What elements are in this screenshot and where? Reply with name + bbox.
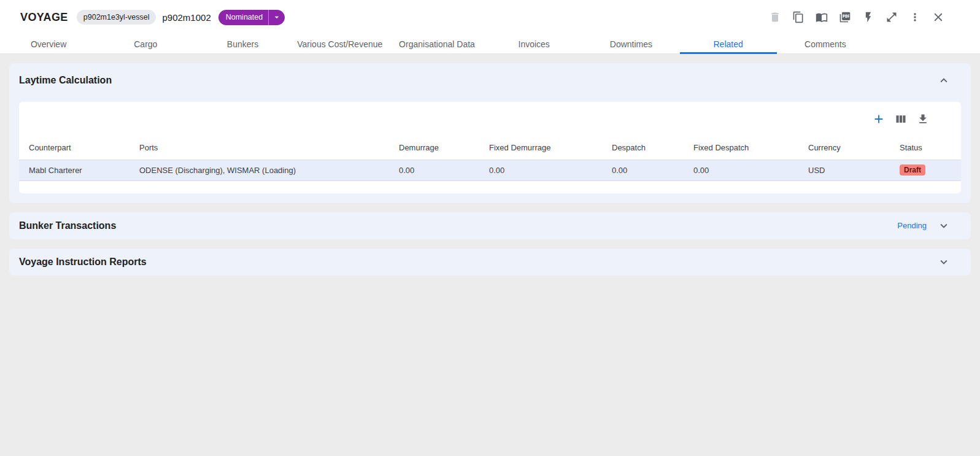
column-header-ports[interactable]: Ports <box>129 136 389 160</box>
expand-fullscreen-button[interactable] <box>881 6 903 28</box>
plus-icon <box>872 112 885 126</box>
copy-button[interactable] <box>787 6 809 28</box>
columns-icon <box>895 113 907 125</box>
column-header-status[interactable]: Status <box>890 136 961 160</box>
column-header-currency[interactable]: Currency <box>798 136 890 160</box>
cell-fixed-despatch: 0.00 <box>684 160 798 180</box>
title-group: VOYAGE p902m1e3yl-vessel p902m1002 Nomin… <box>20 10 285 25</box>
tab-overview[interactable]: Overview <box>0 34 97 53</box>
tab-cargo[interactable]: Cargo <box>97 34 194 53</box>
column-header-counterpart[interactable]: Counterpart <box>19 136 129 160</box>
delete-icon <box>769 11 781 23</box>
laytime-table: Counterpart Ports Demurrage Fixed Demurr… <box>19 136 961 181</box>
content-area: Laytime Calculation <box>0 54 980 294</box>
column-header-fixed-despatch[interactable]: Fixed Despatch <box>684 136 798 160</box>
voyage-number: p902m1002 <box>162 12 210 23</box>
collapse-section-button[interactable] <box>935 72 952 89</box>
tab-invoices[interactable]: Invoices <box>485 34 582 53</box>
expand-section-button[interactable] <box>935 217 952 234</box>
status-badge: Draft <box>900 164 925 176</box>
table-row[interactable]: Mabl Charterer ODENSE (Discharging), WIS… <box>19 160 961 180</box>
laytime-toolbar <box>19 102 961 136</box>
bunker-transactions-section[interactable]: Bunker Transactions Pending <box>9 212 971 239</box>
cell-ports: ODENSE (Discharging), WISMAR (Loading) <box>129 160 389 180</box>
cell-counterpart: Mabl Charterer <box>19 160 129 180</box>
cell-fixed-demurrage: 0.00 <box>479 160 602 180</box>
close-button[interactable] <box>927 6 949 28</box>
download-icon <box>917 113 929 125</box>
pending-status-text: Pending <box>897 221 927 230</box>
bunker-transactions-right: Pending <box>897 217 952 234</box>
more-vert-icon <box>909 11 921 23</box>
column-header-despatch[interactable]: Despatch <box>602 136 684 160</box>
tab-bar: Overview Cargo Bunkers Various Cost/Reve… <box>0 34 980 54</box>
tab-various-cost-revenue[interactable]: Various Cost/Revenue <box>291 34 388 53</box>
window-header: VOYAGE p902m1e3yl-vessel p902m1002 Nomin… <box>0 0 980 34</box>
laytime-section-header[interactable]: Laytime Calculation <box>19 72 961 89</box>
chevron-down-icon <box>937 219 951 233</box>
cell-demurrage: 0.00 <box>389 160 479 180</box>
download-button[interactable] <box>913 109 933 129</box>
copy-icon <box>792 11 804 23</box>
voyage-status-badge[interactable]: Nominated <box>218 10 285 25</box>
book-icon <box>816 11 828 23</box>
chevron-down-icon <box>937 255 951 269</box>
cell-currency: USD <box>798 160 890 180</box>
laytime-section-title: Laytime Calculation <box>19 75 112 86</box>
cell-despatch: 0.00 <box>602 160 684 180</box>
laytime-calculation-section: Laytime Calculation <box>9 63 971 203</box>
page-title: VOYAGE <box>20 11 68 24</box>
laytime-card: Counterpart Ports Demurrage Fixed Demurr… <box>19 102 961 193</box>
tab-downtimes[interactable]: Downtimes <box>582 34 679 53</box>
more-menu-button[interactable] <box>904 6 926 28</box>
add-laytime-button[interactable] <box>869 109 889 129</box>
voyage-status-label: Nominated <box>218 13 268 21</box>
pdf-icon <box>839 11 851 23</box>
tab-comments[interactable]: Comments <box>777 34 874 53</box>
tab-organisational-data[interactable]: Organisational Data <box>388 34 485 53</box>
tab-bunkers[interactable]: Bunkers <box>194 34 291 53</box>
column-header-demurrage[interactable]: Demurrage <box>389 136 479 160</box>
export-pdf-button[interactable] <box>834 6 856 28</box>
expand-section-button[interactable] <box>935 253 952 271</box>
close-icon <box>932 10 945 24</box>
manage-columns-button[interactable] <box>891 109 911 129</box>
actions-flash-button[interactable] <box>857 6 879 28</box>
chevron-down-icon <box>269 12 285 22</box>
cell-status: Draft <box>890 160 961 180</box>
flash-icon <box>862 11 874 23</box>
voyage-window: VOYAGE p902m1e3yl-vessel p902m1002 Nomin… <box>0 0 980 294</box>
table-header-row: Counterpart Ports Demurrage Fixed Demurr… <box>19 136 961 160</box>
chevron-up-icon <box>937 74 951 87</box>
column-header-fixed-demurrage[interactable]: Fixed Demurrage <box>479 136 602 160</box>
voyage-instruction-reports-title: Voyage Instruction Reports <box>19 257 147 268</box>
voyage-instruction-reports-section[interactable]: Voyage Instruction Reports <box>9 249 971 276</box>
compare-button[interactable] <box>811 6 833 28</box>
expand-icon <box>885 11 898 23</box>
delete-button <box>764 6 786 28</box>
header-toolbar <box>764 6 949 28</box>
voyage-instruction-reports-right <box>935 253 952 271</box>
bunker-transactions-title: Bunker Transactions <box>19 220 116 231</box>
tab-related[interactable]: Related <box>680 34 777 53</box>
vessel-chip[interactable]: p902m1e3yl-vessel <box>77 10 156 25</box>
